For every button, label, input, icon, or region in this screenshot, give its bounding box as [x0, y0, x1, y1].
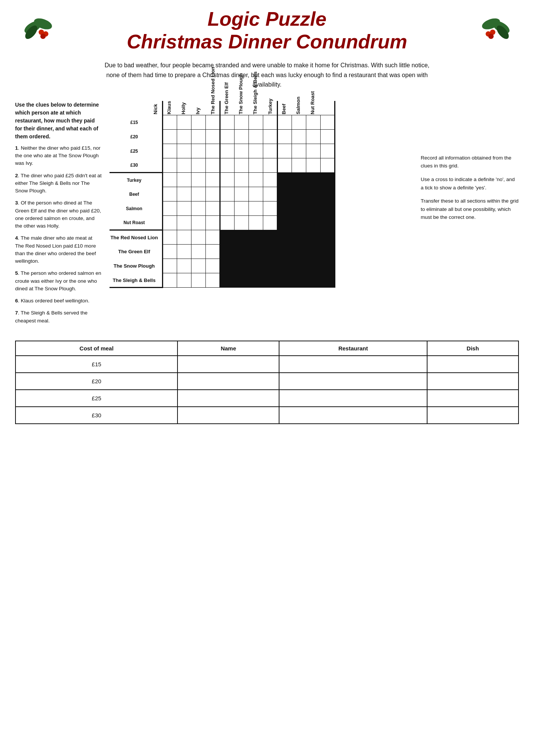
grid-cell-rest-0-3[interactable] — [205, 230, 220, 245]
grid-cell-rest-0-11[interactable] — [320, 230, 335, 245]
grid-cell-price-3-6[interactable] — [248, 158, 263, 173]
grid-cell-price-0-10[interactable] — [306, 115, 320, 130]
grid-cell-price-2-5[interactable] — [234, 144, 248, 158]
grid-cell-food-3-4[interactable] — [220, 216, 234, 230]
grid-cell-rest-3-7[interactable] — [263, 273, 277, 288]
grid-cell-price-0-5[interactable] — [234, 115, 248, 130]
grid-cell-food-3-10[interactable] — [306, 216, 320, 230]
grid-cell-price-0-1[interactable] — [177, 115, 191, 130]
grid-cell-rest-2-9[interactable] — [292, 259, 306, 273]
grid-cell-price-3-2[interactable] — [191, 158, 205, 173]
grid-cell-price-3-8[interactable] — [277, 158, 292, 173]
grid-cell-price-0-2[interactable] — [191, 115, 205, 130]
answer-dish-2[interactable] — [427, 390, 519, 407]
grid-cell-rest-0-9[interactable] — [292, 230, 306, 245]
grid-cell-food-1-10[interactable] — [306, 187, 320, 201]
grid-cell-price-1-0[interactable] — [162, 130, 177, 144]
grid-cell-rest-3-4[interactable] — [220, 273, 234, 288]
grid-cell-food-2-2[interactable] — [191, 201, 205, 216]
grid-cell-price-3-3[interactable] — [205, 158, 220, 173]
answer-name-3[interactable] — [177, 407, 279, 424]
answer-restaurant-2[interactable] — [279, 390, 427, 407]
grid-cell-food-0-8[interactable] — [277, 173, 292, 187]
grid-cell-food-0-4[interactable] — [220, 173, 234, 187]
grid-cell-rest-1-6[interactable] — [248, 245, 263, 259]
grid-cell-rest-1-9[interactable] — [292, 245, 306, 259]
grid-cell-price-0-7[interactable] — [263, 115, 277, 130]
grid-cell-food-0-6[interactable] — [248, 173, 263, 187]
grid-cell-rest-1-5[interactable] — [234, 245, 248, 259]
grid-cell-rest-2-1[interactable] — [177, 259, 191, 273]
grid-cell-food-2-8[interactable] — [277, 201, 292, 216]
grid-cell-food-0-5[interactable] — [234, 173, 248, 187]
grid-cell-rest-2-0[interactable] — [162, 259, 177, 273]
grid-cell-price-1-10[interactable] — [306, 130, 320, 144]
grid-cell-price-3-0[interactable] — [162, 158, 177, 173]
grid-cell-food-3-2[interactable] — [191, 216, 205, 230]
grid-cell-food-3-11[interactable] — [320, 216, 335, 230]
grid-cell-price-1-8[interactable] — [277, 130, 292, 144]
grid-cell-price-3-10[interactable] — [306, 158, 320, 173]
grid-cell-food-0-7[interactable] — [263, 173, 277, 187]
grid-cell-price-0-4[interactable] — [220, 115, 234, 130]
grid-cell-food-2-3[interactable] — [205, 201, 220, 216]
grid-cell-rest-2-11[interactable] — [320, 259, 335, 273]
grid-cell-food-0-11[interactable] — [320, 173, 335, 187]
grid-cell-food-1-3[interactable] — [205, 187, 220, 201]
grid-cell-rest-0-1[interactable] — [177, 230, 191, 245]
answer-name-0[interactable] — [177, 356, 279, 373]
grid-cell-rest-2-3[interactable] — [205, 259, 220, 273]
grid-cell-food-3-5[interactable] — [234, 216, 248, 230]
grid-cell-rest-0-10[interactable] — [306, 230, 320, 245]
grid-cell-food-2-0[interactable] — [162, 201, 177, 216]
answer-dish-3[interactable] — [427, 407, 519, 424]
grid-cell-rest-0-0[interactable] — [162, 230, 177, 245]
grid-cell-rest-2-5[interactable] — [234, 259, 248, 273]
grid-cell-price-3-9[interactable] — [292, 158, 306, 173]
grid-cell-rest-2-7[interactable] — [263, 259, 277, 273]
grid-cell-price-2-4[interactable] — [220, 144, 234, 158]
grid-cell-food-3-7[interactable] — [263, 216, 277, 230]
grid-cell-food-3-6[interactable] — [248, 216, 263, 230]
grid-cell-price-3-5[interactable] — [234, 158, 248, 173]
grid-cell-rest-2-6[interactable] — [248, 259, 263, 273]
answer-dish-0[interactable] — [427, 356, 519, 373]
grid-cell-rest-0-4[interactable] — [220, 230, 234, 245]
grid-cell-food-0-0[interactable] — [162, 173, 177, 187]
grid-cell-price-1-1[interactable] — [177, 130, 191, 144]
grid-cell-food-1-0[interactable] — [162, 187, 177, 201]
grid-cell-price-1-2[interactable] — [191, 130, 205, 144]
grid-cell-price-2-1[interactable] — [177, 144, 191, 158]
grid-cell-price-2-10[interactable] — [306, 144, 320, 158]
grid-cell-food-1-2[interactable] — [191, 187, 205, 201]
grid-cell-rest-0-6[interactable] — [248, 230, 263, 245]
grid-cell-food-0-10[interactable] — [306, 173, 320, 187]
grid-cell-price-1-3[interactable] — [205, 130, 220, 144]
answer-restaurant-3[interactable] — [279, 407, 427, 424]
grid-cell-price-3-4[interactable] — [220, 158, 234, 173]
grid-cell-food-1-5[interactable] — [234, 187, 248, 201]
grid-cell-rest-1-0[interactable] — [162, 245, 177, 259]
grid-cell-price-1-11[interactable] — [320, 130, 335, 144]
grid-cell-rest-3-2[interactable] — [191, 273, 205, 288]
grid-cell-price-2-6[interactable] — [248, 144, 263, 158]
grid-cell-price-2-11[interactable] — [320, 144, 335, 158]
grid-cell-food-1-1[interactable] — [177, 187, 191, 201]
grid-cell-rest-1-2[interactable] — [191, 245, 205, 259]
grid-cell-rest-3-0[interactable] — [162, 273, 177, 288]
grid-cell-rest-2-2[interactable] — [191, 259, 205, 273]
grid-cell-rest-3-11[interactable] — [320, 273, 335, 288]
grid-cell-food-2-4[interactable] — [220, 201, 234, 216]
grid-cell-rest-2-8[interactable] — [277, 259, 292, 273]
answer-name-2[interactable] — [177, 390, 279, 407]
grid-cell-food-0-2[interactable] — [191, 173, 205, 187]
grid-cell-price-2-9[interactable] — [292, 144, 306, 158]
grid-cell-price-2-3[interactable] — [205, 144, 220, 158]
grid-cell-price-3-1[interactable] — [177, 158, 191, 173]
grid-cell-rest-1-11[interactable] — [320, 245, 335, 259]
grid-cell-rest-3-10[interactable] — [306, 273, 320, 288]
grid-cell-price-0-9[interactable] — [292, 115, 306, 130]
grid-cell-rest-3-3[interactable] — [205, 273, 220, 288]
grid-cell-price-2-7[interactable] — [263, 144, 277, 158]
grid-cell-price-0-0[interactable] — [162, 115, 177, 130]
